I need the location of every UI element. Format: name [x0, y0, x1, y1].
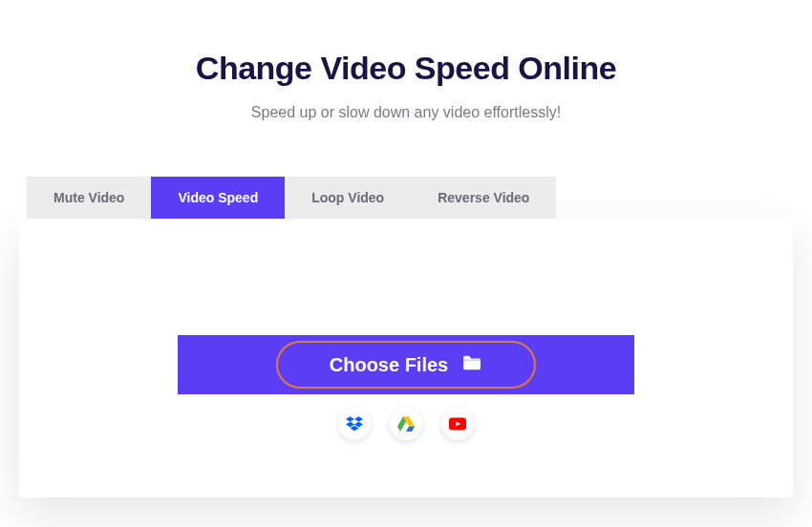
page-title: Change Video Speed Online [0, 50, 812, 87]
choose-files-button[interactable]: Choose Files [178, 335, 634, 394]
youtube-icon [449, 417, 466, 431]
source-dropbox[interactable] [338, 408, 371, 440]
tab-video-speed[interactable]: Video Speed [151, 177, 285, 219]
tab-reverse-video[interactable]: Reverse Video [411, 177, 556, 219]
dropbox-icon [346, 416, 363, 432]
tool-tabs: Mute Video Video Speed Loop Video Revers… [27, 177, 812, 219]
choose-files-label: Choose Files [330, 354, 482, 376]
source-buttons [338, 408, 474, 440]
svg-rect-0 [463, 359, 481, 361]
google-drive-icon [397, 416, 415, 432]
tab-mute-video[interactable]: Mute Video [27, 177, 151, 219]
folder-icon [461, 354, 482, 376]
source-google-drive[interactable] [390, 408, 422, 440]
tab-loop-video[interactable]: Loop Video [285, 177, 411, 219]
upload-card: Choose Files [19, 219, 793, 497]
source-youtube[interactable] [441, 408, 474, 440]
page-subtitle: Speed up or slow down any video effortle… [0, 104, 812, 121]
choose-files-text: Choose Files [330, 354, 448, 376]
